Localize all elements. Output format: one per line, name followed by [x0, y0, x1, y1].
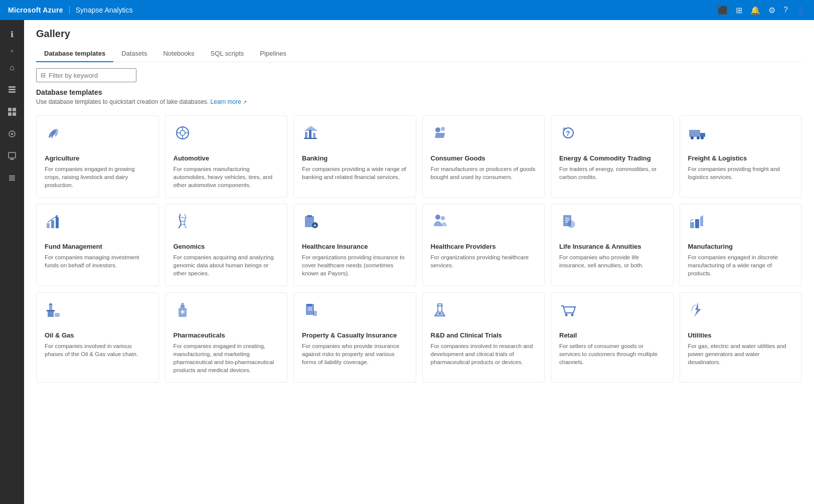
svg-point-28	[441, 127, 445, 131]
page-title: Gallery	[36, 28, 802, 40]
help-icon[interactable]: ?	[783, 6, 788, 15]
property-casualty-desc: For companies who provide insurance agai…	[302, 342, 408, 366]
card-oil-gas[interactable]: Oil & Gas For companies involved in vari…	[36, 292, 159, 383]
svg-marker-61	[49, 303, 53, 305]
card-utilities[interactable]: Utilities For gas, electric and water ut…	[680, 292, 802, 383]
svg-rect-25	[304, 138, 317, 139]
sidebar-item-monitor[interactable]	[2, 146, 22, 166]
tab-datasets[interactable]: Datasets	[113, 46, 155, 62]
card-healthcare-insurance[interactable]: + Healthcare Insurance For organizations…	[293, 204, 416, 286]
card-property-casualty[interactable]: Property & Casualty Insurance For compan…	[293, 292, 416, 383]
consumer-goods-icon	[431, 124, 537, 149]
card-fund-management[interactable]: Fund Management For companies managing i…	[36, 204, 159, 286]
rd-clinical-icon	[431, 301, 537, 326]
portal-icon[interactable]: ⬛	[718, 6, 728, 15]
card-genomics[interactable]: Genomics For companies acquiring and ana…	[165, 204, 288, 286]
card-agriculture[interactable]: Agriculture For companies engaged in gro…	[36, 115, 159, 198]
freight-desc: For companies providing freight and logi…	[688, 165, 794, 181]
sidebar-expand-icon[interactable]: »	[9, 46, 16, 56]
cards-grid: Agriculture For companies engaged in gro…	[24, 109, 814, 395]
card-healthcare-providers[interactable]: Healthcare Providers For organizations p…	[422, 204, 545, 286]
svg-point-74	[571, 313, 574, 316]
svg-rect-0	[9, 86, 16, 88]
card-life-insurance[interactable]: Life Insurance & Annuities For companies…	[551, 204, 674, 286]
consumer-goods-desc: For manufacturers or producers of goods …	[431, 165, 537, 181]
card-pharmaceuticals[interactable]: Pharmaceuticals For companies engaged in…	[165, 292, 288, 383]
svg-point-31	[563, 127, 566, 130]
svg-rect-59	[47, 310, 55, 311]
healthcare-providers-desc: For organizations providing healthcare s…	[431, 253, 537, 269]
svg-rect-22	[305, 132, 307, 138]
consumer-goods-title: Consumer Goods	[431, 154, 537, 162]
automotive-title: Automotive	[174, 154, 279, 162]
sidebar-item-info[interactable]: ℹ	[2, 24, 22, 44]
fund-management-icon	[45, 212, 150, 238]
utilities-desc: For gas, electric and water utilities an…	[688, 342, 794, 366]
healthcare-providers-title: Healthcare Providers	[431, 243, 537, 250]
app-name: Synapse Analytics	[76, 6, 133, 14]
tab-sql-scripts[interactable]: SQL scripts	[203, 46, 252, 62]
svg-rect-23	[309, 130, 311, 138]
retail-title: Retail	[559, 331, 665, 339]
tab-notebooks[interactable]: Notebooks	[155, 46, 202, 62]
tab-pipelines[interactable]: Pipelines	[252, 46, 294, 62]
card-retail[interactable]: Retail For sellers of consumer goods or …	[551, 292, 674, 383]
filter-input-wrapper: ⊟	[36, 68, 136, 82]
genomics-title: Genomics	[174, 243, 279, 250]
svg-rect-45	[307, 215, 312, 217]
oil-gas-desc: For companies involved in various phases…	[45, 342, 150, 358]
card-energy[interactable]: ? Energy & Commodity Trading For traders…	[551, 115, 674, 198]
energy-title: Energy & Commodity Trading	[559, 154, 665, 162]
bell-icon[interactable]: 🔔	[750, 6, 760, 15]
life-insurance-desc: For companies who provide life insurance…	[559, 253, 665, 269]
svg-rect-3	[8, 108, 12, 111]
automotive-desc: For companies manufacturing automobiles,…	[174, 165, 279, 189]
svg-rect-33	[700, 133, 705, 137]
oil-gas-icon	[45, 301, 150, 326]
svg-point-73	[565, 313, 568, 316]
svg-rect-62	[55, 313, 60, 317]
grid-icon[interactable]: ⊞	[736, 6, 742, 15]
filter-icon: ⊟	[41, 72, 46, 79]
svg-rect-1	[9, 89, 16, 90]
sidebar-item-develop[interactable]	[2, 102, 22, 122]
svg-rect-68	[313, 311, 317, 316]
retail-desc: For sellers of consumer goods or service…	[559, 342, 665, 366]
manufacturing-title: Manufacturing	[688, 243, 794, 250]
user-icon[interactable]: 👤	[796, 6, 806, 15]
sidebar-item-data[interactable]	[2, 80, 22, 100]
svg-rect-60	[49, 305, 52, 310]
svg-point-35	[697, 136, 700, 139]
settings-icon[interactable]: ⚙	[768, 6, 775, 15]
retail-icon	[559, 301, 665, 326]
svg-point-34	[691, 136, 694, 139]
section-header: Database templates Use database template…	[24, 88, 814, 109]
card-rd-clinical[interactable]: R&D and Clinical Trials For companies in…	[422, 292, 545, 383]
pharmaceuticals-title: Pharmaceuticals	[174, 331, 279, 339]
sidebar-item-manage[interactable]	[2, 168, 22, 188]
svg-rect-67	[307, 304, 312, 306]
svg-rect-9	[9, 152, 16, 158]
card-consumer-goods[interactable]: Consumer Goods For manufacturers or prod…	[422, 115, 545, 198]
card-manufacturing[interactable]: Manufacturing For companies engaged in d…	[680, 204, 802, 286]
sidebar-item-home[interactable]: ⌂	[2, 58, 22, 78]
utilities-icon	[688, 301, 794, 326]
filter-input[interactable]	[49, 72, 132, 79]
svg-rect-5	[8, 112, 12, 116]
page-header: Gallery Database templates Datasets Note…	[24, 20, 814, 62]
card-freight[interactable]: Freight & Logistics For companies provid…	[680, 115, 802, 198]
freight-title: Freight & Logistics	[688, 154, 794, 162]
learn-more-link[interactable]: Learn more	[211, 98, 241, 105]
svg-point-8	[11, 133, 13, 135]
tab-database-templates[interactable]: Database templates	[36, 46, 113, 62]
fund-management-title: Fund Management	[45, 243, 150, 250]
sidebar-item-integrate[interactable]	[2, 124, 22, 144]
card-banking[interactable]: Banking For companies providing a wide r…	[293, 115, 416, 198]
agriculture-icon	[45, 124, 150, 149]
healthcare-providers-icon	[431, 212, 537, 238]
genomics-icon	[174, 212, 279, 238]
card-automotive[interactable]: Automotive For companies manufacturing a…	[165, 115, 288, 198]
svg-marker-26	[304, 126, 318, 131]
automotive-icon	[174, 124, 279, 149]
svg-point-36	[701, 136, 704, 139]
